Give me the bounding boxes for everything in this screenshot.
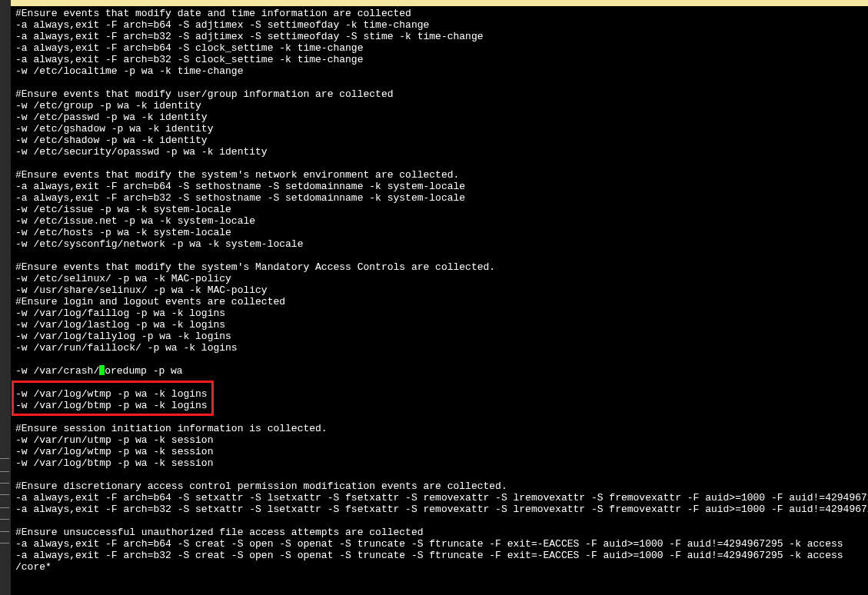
terminal-line: -a always,exit -F arch=b64 -S setxattr -…: [15, 492, 863, 504]
terminal-line: [15, 354, 863, 365]
terminal-content[interactable]: #Ensure events that modify date and time…: [11, 6, 868, 595]
terminal-line: -a always,exit -F arch=b32 -S adjtimex -…: [15, 31, 863, 42]
gutter-tick: [0, 494, 9, 496]
terminal-line: -a always,exit -F arch=b64 -S sethostnam…: [15, 181, 863, 192]
terminal-line: [15, 377, 863, 388]
terminal-line: [15, 158, 863, 169]
terminal-line: #Ensure events that modify the system's …: [15, 261, 863, 273]
terminal-line: [15, 411, 863, 423]
gutter-tick: [0, 458, 9, 460]
terminal-line: #Ensure unsuccessful unauthorized file a…: [15, 527, 863, 538]
gutter-tick: [0, 531, 9, 533]
line-text-pre: -w /var/crash/: [15, 365, 99, 377]
terminal-line: -w /etc/sysconfig/network -p wa -k syste…: [15, 238, 863, 250]
terminal-line: [15, 515, 863, 527]
terminal-line: -w /var/run/utmp -p wa -k session: [15, 434, 863, 446]
terminal-line: -w /var/log/wtmp -p wa -k session: [15, 446, 863, 457]
terminal-line: [15, 250, 863, 261]
editor-gutter: [0, 0, 11, 595]
gutter-tick: [0, 543, 9, 544]
terminal-line: -w /var/log/btmp -p wa -k logins: [15, 400, 863, 411]
terminal-line: -w /etc/gshadow -p wa -k identity: [15, 123, 863, 135]
terminal-line: -w /var/log/wtmp -p wa -k logins: [15, 388, 863, 400]
terminal-line: -w /etc/selinux/ -p wa -k MAC-policy: [15, 273, 863, 284]
gutter-tick: [0, 471, 9, 473]
terminal-line: -a always,exit -F arch=b64 -S adjtimex -…: [15, 19, 863, 31]
terminal-line: -a always,exit -F arch=b32 -S clock_sett…: [15, 54, 863, 65]
terminal-line: -a always,exit -F arch=b32 -S setxattr -…: [15, 504, 863, 515]
terminal-line: -w /etc/localtime -p wa -k time-change: [15, 65, 863, 77]
terminal-line: -w /etc/issue.net -p wa -k system-locale: [15, 215, 863, 227]
terminal-line: /core*: [15, 561, 863, 573]
terminal-line: #Ensure events that modify user/group in…: [15, 88, 863, 100]
terminal-line: -w /etc/passwd -p wa -k identity: [15, 111, 863, 123]
terminal-line: -w /var/run/faillock/ -p wa -k logins: [15, 342, 863, 354]
terminal-line: -w /etc/hosts -p wa -k system-locale: [15, 227, 863, 238]
terminal-line: -w /etc/issue -p wa -k system-locale: [15, 204, 863, 215]
terminal-line: -w /usr/share/selinux/ -p wa -k MAC-poli…: [15, 284, 863, 296]
terminal-line: -w /etc/security/opasswd -p wa -k identi…: [15, 146, 863, 158]
gutter-tick: [0, 483, 9, 484]
terminal-line: -a always,exit -F arch=b32 -S sethostnam…: [15, 192, 863, 204]
terminal-line: #Ensure events that modify the system's …: [15, 169, 863, 181]
terminal-line: -w /var/log/lastlog -p wa -k logins: [15, 319, 863, 331]
terminal-line: -a always,exit -F arch=b64 -S clock_sett…: [15, 42, 863, 54]
terminal-line: -w /var/log/btmp -p wa -k session: [15, 457, 863, 469]
terminal-line: #Ensure discretionary access control per…: [15, 480, 863, 492]
terminal-line: -w /etc/shadow -p wa -k identity: [15, 135, 863, 146]
line-text-post: oredump -p wa: [105, 365, 182, 377]
terminal-line: -a always,exit -F arch=b64 -S creat -S o…: [15, 538, 863, 550]
gutter-tick: [0, 519, 9, 520]
terminal-line: [15, 77, 863, 88]
terminal-line: -w /var/log/faillog -p wa -k logins: [15, 307, 863, 319]
terminal-line: -w /var/crash/oredump -p wa: [15, 365, 863, 377]
terminal-line: #Ensure login and logout events are coll…: [15, 296, 863, 307]
terminal-line: #Ensure events that modify date and time…: [15, 8, 863, 19]
terminal-line: -w /var/log/tallylog -p wa -k logins: [15, 331, 863, 342]
gutter-tick: [0, 507, 9, 509]
top-strip: [11, 0, 868, 6]
terminal-line: #Ensure session initiation information i…: [15, 423, 863, 434]
terminal-line: -w /etc/group -p wa -k identity: [15, 100, 863, 111]
terminal-line: -a always,exit -F arch=b32 -S creat -S o…: [15, 550, 863, 561]
terminal-line: [15, 469, 863, 480]
